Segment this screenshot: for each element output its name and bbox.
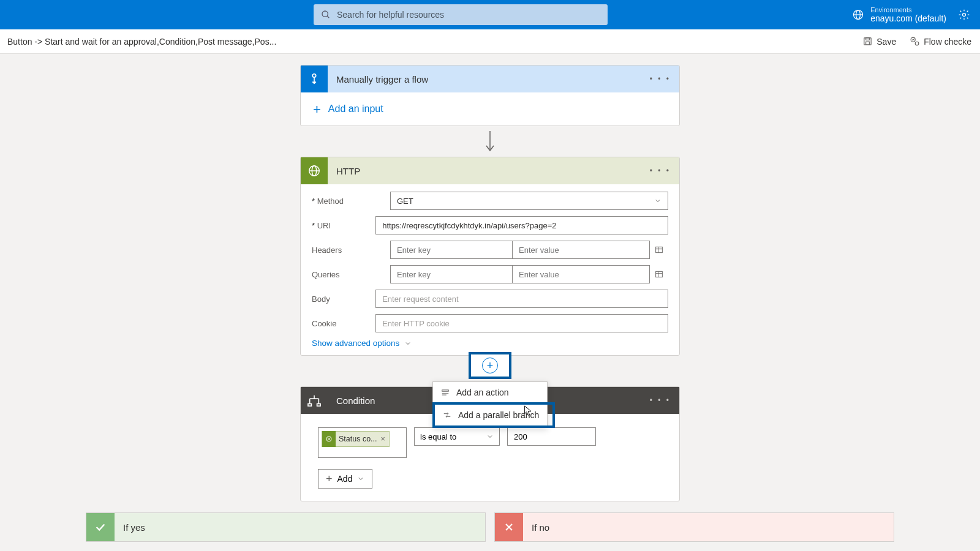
insert-step-button[interactable]: +: [482, 358, 498, 373]
http-header[interactable]: HTTP • • •: [301, 157, 679, 184]
settings-icon[interactable]: [958, 9, 970, 21]
svg-rect-22: [442, 390, 449, 391]
queries-key-input[interactable]: [390, 265, 513, 283]
environment-picker[interactable]: Environments enayu.com (default): [852, 6, 946, 24]
add-parallel-branch-menu-item[interactable]: Add a parallel branch: [432, 402, 555, 428]
headers-value-input[interactable]: [513, 241, 650, 259]
svg-rect-6: [864, 38, 871, 45]
condition-add-button[interactable]: + Add: [318, 469, 372, 489]
flow-checker-button[interactable]: Flow checke: [910, 36, 971, 47]
chevron-down-icon: [654, 197, 662, 204]
method-label: * Method: [312, 197, 390, 206]
dynamic-token[interactable]: Status co... ×: [322, 431, 390, 447]
condition-icon: [301, 387, 328, 414]
svg-rect-7: [866, 38, 870, 40]
insert-step-control: + Add an action Add a parallel branch: [469, 352, 511, 379]
svg-point-5: [963, 13, 966, 17]
global-search[interactable]: Search for helpful resources: [314, 4, 608, 25]
cookie-label: Cookie: [312, 319, 375, 328]
token-icon: [322, 431, 336, 447]
headers-key-input[interactable]: [390, 241, 513, 259]
insert-step-highlight: +: [469, 352, 511, 379]
flow-breadcrumb: Button -> Start and wait for an approval…: [7, 37, 276, 47]
environment-icon: [852, 9, 864, 21]
svg-rect-30: [308, 404, 312, 407]
svg-rect-31: [317, 404, 321, 407]
svg-rect-19: [656, 271, 663, 277]
check-icon: [86, 513, 115, 541]
chevron-down-icon: [357, 475, 364, 482]
chevron-down-icon: [486, 433, 494, 440]
svg-point-33: [328, 438, 330, 440]
parallel-branch-icon: [442, 411, 452, 419]
if-yes-branch: If yes: [86, 512, 486, 542]
text-mode-icon[interactable]: [654, 245, 664, 255]
http-title: HTTP: [336, 166, 360, 176]
svg-rect-8: [866, 42, 870, 45]
trigger-card: Manually trigger a flow • • • + Add an i…: [300, 65, 680, 126]
token-remove-icon[interactable]: ×: [381, 435, 385, 443]
flow-canvas: Manually trigger a flow • • • + Add an i…: [0, 54, 980, 542]
command-bar: Button -> Start and wait for an approval…: [0, 29, 980, 54]
text-mode-icon[interactable]: [654, 269, 664, 279]
environment-label: Environments: [870, 6, 946, 14]
flow-checker-icon: [910, 36, 920, 47]
save-icon: [862, 36, 873, 47]
plus-icon: +: [326, 476, 333, 482]
queries-value-input[interactable]: [513, 265, 650, 283]
trigger-icon: [301, 66, 328, 92]
search-icon: [321, 10, 331, 20]
http-icon: [301, 157, 328, 184]
close-icon: [495, 513, 523, 541]
environment-name: enayu.com (default): [870, 13, 946, 23]
trigger-more-menu[interactable]: • • •: [650, 75, 671, 83]
trigger-title: Manually trigger a flow: [336, 74, 428, 84]
condition-title: Condition: [336, 395, 375, 406]
svg-line-1: [327, 16, 329, 18]
save-button[interactable]: Save: [862, 36, 896, 47]
headers-label: Headers: [312, 246, 390, 255]
cookie-input[interactable]: [375, 314, 668, 332]
condition-left-operand[interactable]: Status co... ×: [318, 427, 407, 458]
app-header: Search for helpful resources Environment…: [0, 0, 980, 29]
condition-value-input[interactable]: [507, 427, 596, 446]
uri-label: * URI: [312, 221, 375, 230]
method-select[interactable]: GET: [390, 192, 668, 210]
body-input[interactable]: [375, 290, 668, 308]
trigger-header[interactable]: Manually trigger a flow • • •: [301, 66, 679, 92]
svg-point-11: [312, 74, 316, 78]
add-action-menu-item[interactable]: Add an action: [433, 382, 547, 403]
connector-arrow: [481, 129, 499, 153]
http-card: HTTP • • • * Method GET * URI Headers: [300, 157, 680, 356]
http-more-menu[interactable]: • • •: [650, 167, 671, 175]
body-label: Body: [312, 294, 375, 304]
svg-point-10: [915, 42, 919, 45]
if-yes-header[interactable]: If yes: [86, 513, 485, 541]
svg-point-32: [326, 437, 331, 441]
search-placeholder: Search for helpful resources: [337, 10, 444, 20]
cursor-icon: [524, 405, 533, 417]
show-advanced-link[interactable]: Show advanced options: [312, 339, 668, 348]
condition-operator-select[interactable]: is equal to: [414, 427, 500, 446]
if-no-branch: If no: [494, 512, 894, 542]
svg-rect-16: [656, 247, 663, 252]
chevron-down-icon: [404, 340, 412, 347]
uri-input[interactable]: [375, 216, 668, 234]
condition-more-menu[interactable]: • • •: [650, 396, 671, 405]
condition-branches: If yes If no: [86, 512, 894, 542]
queries-label: Queries: [312, 270, 390, 279]
plus-icon: +: [313, 106, 321, 113]
if-no-header[interactable]: If no: [495, 513, 894, 541]
add-input-button[interactable]: + Add an input: [301, 92, 679, 126]
add-action-icon: [440, 388, 450, 397]
svg-point-0: [322, 11, 328, 17]
